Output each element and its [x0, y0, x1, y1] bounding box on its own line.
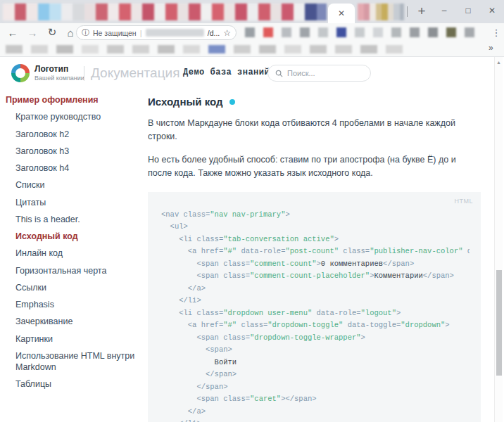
tab-strip-divider — [407, 6, 408, 17]
blurred-bookmarks[interactable] — [6, 45, 442, 53]
blurred-tabs-right[interactable] — [358, 4, 404, 20]
sidebar-item[interactable]: Списки — [6, 177, 146, 193]
code-line: </a> — [161, 283, 470, 295]
blurred-block — [235, 4, 247, 20]
blurred-block — [142, 4, 154, 20]
blurred-block — [38, 4, 50, 20]
blurred-block — [234, 45, 251, 53]
blurred-block — [154, 4, 166, 20]
reload-icon[interactable]: ↻ — [44, 23, 61, 41]
company-logo[interactable]: Логотип Вашей компании — [11, 64, 84, 82]
search-icon — [275, 70, 283, 77]
code-line: <ul> — [161, 221, 470, 234]
blurred-block — [201, 4, 213, 20]
page-scrollbar[interactable]: ▲ — [494, 57, 503, 422]
sidebar-item[interactable]: Заголовок h3 — [6, 143, 146, 160]
blurred-block — [446, 27, 456, 37]
blurred-block — [31, 45, 48, 53]
blurred-block — [208, 45, 225, 53]
tab-close-icon[interactable]: ✕ — [338, 9, 345, 18]
blurred-block — [336, 27, 346, 37]
blurred-block — [15, 4, 27, 20]
new-tab-button[interactable]: + — [412, 2, 431, 20]
blurred-block — [108, 4, 120, 20]
blurred-block — [300, 27, 310, 37]
blurred-block — [282, 4, 294, 20]
blurred-block — [263, 27, 273, 37]
blurred-block — [393, 4, 400, 20]
sidebar-item[interactable]: Пример оформления — [6, 91, 146, 108]
search-input[interactable]: Поиск... — [267, 65, 371, 82]
sidebar-item[interactable]: Использование HTML внутри Markdown — [6, 347, 146, 376]
blurred-block — [428, 27, 438, 37]
code-line: </a> — [161, 406, 470, 418]
sidebar-item[interactable]: This is a header. — [6, 211, 146, 228]
forward-icon[interactable]: → — [24, 23, 41, 41]
window-controls: – □ ✕ — [432, 0, 504, 21]
blurred-block — [400, 4, 405, 20]
sidebar-item[interactable]: Ссылки — [6, 279, 146, 296]
code-line: <span> — [161, 344, 470, 357]
bookmarks-overflow-icon[interactable]: » — [489, 43, 493, 53]
blurred-block — [358, 4, 364, 20]
code-line: <span class="comment-count">0 комментари… — [161, 258, 470, 271]
address-divider: | — [140, 29, 142, 37]
sidebar-item[interactable]: Заголовок h2 — [6, 126, 146, 143]
blurred-block — [84, 4, 96, 20]
window-minimize-button[interactable]: – — [432, 0, 456, 21]
blurred-block — [335, 45, 352, 53]
app-title: Документация — [91, 65, 179, 81]
search-placeholder: Поиск... — [287, 69, 315, 77]
code-block[interactable]: HTML <nav class="nav nav-primary"> <ul> … — [148, 192, 481, 422]
header-divider — [84, 66, 84, 81]
sidebar-item[interactable]: Цитаты — [6, 194, 146, 211]
code-language-badge: HTML — [455, 198, 474, 205]
blurred-block — [465, 27, 474, 37]
logo-subtitle: Вашей компании — [34, 75, 84, 82]
blurred-block — [119, 4, 131, 20]
blurred-block — [165, 4, 177, 20]
sidebar-item[interactable]: Исходный код — [6, 228, 146, 245]
blurred-block — [388, 4, 394, 20]
blurred-block — [259, 45, 276, 53]
bookmark-star-icon[interactable]: ☆ — [223, 28, 231, 38]
security-label: Не защищен — [93, 29, 137, 37]
blurred-block — [49, 4, 61, 20]
sidebar-item[interactable]: Emphasis — [6, 296, 146, 313]
code-line: <a href="#" class="dropdown-toggle" data… — [161, 319, 470, 332]
blurred-block — [82, 45, 99, 53]
logo-icon — [11, 64, 30, 82]
sidebar-item[interactable]: Таблицы — [6, 376, 146, 392]
blurred-block — [282, 27, 291, 37]
scroll-up-icon[interactable]: ▲ — [496, 60, 501, 65]
blurred-block — [410, 27, 420, 37]
info-icon[interactable]: ⓘ — [82, 27, 89, 38]
blurred-url — [146, 29, 204, 37]
code-line: <span class="caret"></span> — [161, 393, 470, 406]
active-tab[interactable]: ✕ — [328, 4, 355, 23]
sidebar-item[interactable]: Инлайн код — [6, 245, 146, 262]
code-line: <li class="dropdown user-menu" data-role… — [161, 307, 470, 320]
blurred-block — [258, 4, 270, 20]
knowledge-base-title[interactable]: Демо база знаний — [183, 68, 270, 77]
blurred-block — [382, 4, 388, 20]
window-close-button[interactable]: ✕ — [480, 0, 504, 21]
blurred-tabs-left[interactable] — [3, 4, 327, 20]
window-maximize-button[interactable]: □ — [456, 0, 480, 21]
blurred-block — [364, 4, 370, 20]
scrollbar-thumb[interactable] — [496, 270, 502, 376]
blurred-block — [158, 45, 175, 53]
url-suffix: /d... — [208, 29, 220, 37]
blurred-extension-icons[interactable] — [245, 27, 486, 37]
address-bar[interactable]: ⓘ Не защищен | /d... ☆ — [76, 25, 237, 40]
sidebar-item[interactable]: Горизонтальная черта — [6, 262, 146, 279]
browser-menu-icon[interactable]: ⋮ — [491, 23, 502, 41]
sidebar-item[interactable]: Зачеркивание — [6, 313, 146, 330]
back-icon[interactable]: ← — [4, 23, 21, 41]
sidebar-item[interactable]: Картинки — [6, 331, 146, 347]
sidebar-item[interactable]: Краткое руководство — [6, 108, 146, 125]
page-title: Исходный код — [148, 96, 222, 108]
sidebar-item[interactable]: Заголовок h4 — [6, 160, 146, 177]
blurred-block — [189, 4, 201, 20]
blurred-block — [373, 27, 383, 37]
